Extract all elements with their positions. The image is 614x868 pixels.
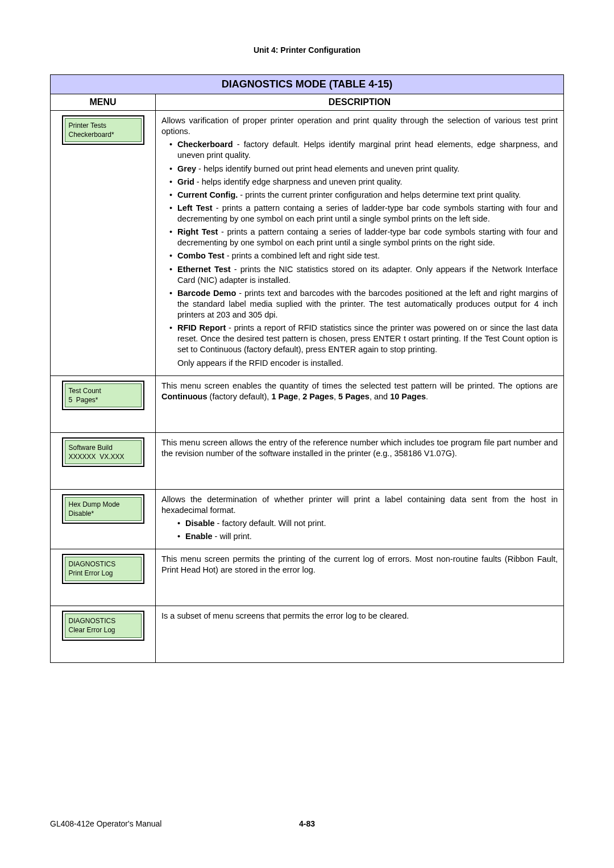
footer-page-number: 4-83 [299,819,315,828]
table-title: DIAGNOSTICS MODE (TABLE 4-15) [51,75,564,94]
desc-text: This menu screen enables the quantity of… [161,381,558,402]
bold: 10 Pages [390,392,426,401]
footer-manual-title: GL408-412e Operator's Manual [50,819,161,828]
bullet-text: - prints the NIC statistics stored on it… [177,265,558,285]
txt: , [334,392,338,401]
bullet-bold: Disable [185,519,215,528]
bullet-text: - prints a pattern containg a series of … [177,203,558,223]
desc-outro: Only appears if the RFID encoder is inst… [161,358,558,369]
unit-header: Unit 4: Printer Configuration [50,45,564,55]
bullet-bold: Ethernet Test [177,265,231,274]
col-menu: MENU [51,94,156,111]
table-row: DIAGNOSTICS Print Error Log This menu sc… [51,549,564,606]
bold: Continuous [161,392,208,401]
lcd-line1: Hex Dump Mode [69,500,138,509]
page-footer: GL408-412e Operator's Manual 4-83 [50,819,564,828]
bullet-bold: Left Test [177,203,213,212]
lcd-line1: Test Count [69,386,138,395]
bold: 1 Page [271,392,298,401]
desc-text: This menu screen allows the entry of the… [161,437,558,459]
lcd-display: Printer Tests Checkerboard* [62,115,144,145]
lcd-line2: Checkerboard* [69,130,138,139]
table-row: Software Build XXXXXX VX.XXX This menu s… [51,432,564,489]
bullet-bold: Current Config. [177,190,238,199]
bullet-bold: Enable [185,532,213,541]
bullet-text: - helps identify burned out print head e… [196,164,459,173]
lcd-line1: Software Build [69,443,138,452]
bullet-bold: Grid [177,177,194,186]
bold: 5 Pages [338,392,370,401]
table-row: Printer Tests Checkerboard* Allows varif… [51,111,564,376]
desc-text: Is a subset of menu screens that permits… [161,611,558,621]
bullet-text: - factory default. Helps identify margin… [177,140,558,160]
bullet-bold: Barcode Demo [177,289,236,298]
lcd-line1: DIAGNOSTICS [69,616,138,625]
lcd-display: Hex Dump Mode Disable* [62,494,144,524]
bullet-bold: Grey [177,164,196,173]
bold: 2 Pages [302,392,334,401]
lcd-line2: XXXXXX VX.XXX [69,452,138,461]
desc-intro: Allows the determination of whether prin… [161,494,558,516]
table-row: DIAGNOSTICS Clear Error Log Is a subset … [51,606,564,663]
bullet-text: - prints a pattern containg a series of … [177,227,558,247]
bullet-text: - will print. [213,532,252,541]
lcd-display: DIAGNOSTICS Print Error Log [62,554,144,583]
bullet-bold: Right Test [177,227,218,236]
lcd-line1: DIAGNOSTICS [69,560,138,569]
bullet-list: Disable - factory default. Will not prin… [161,518,558,542]
bullet-bold: RFID Report [177,323,226,332]
table-row: Hex Dump Mode Disable* Allows the determ… [51,489,564,549]
txt: . [426,392,428,401]
bullet-text: - factory default. Will not print. [215,519,326,528]
desc-pre: This menu screen enables the quantity of… [161,381,558,390]
lcd-display: DIAGNOSTICS Clear Error Log [62,611,144,640]
txt: (factory default), [208,392,272,401]
bullet-text: - prints the current printer configurati… [238,190,521,199]
desc-intro: Allows varification of proper printer op… [161,115,558,137]
bullet-text: - prints a combined left and right side … [225,251,380,260]
lcd-line1: Printer Tests [69,121,138,130]
lcd-line2: 5 Pages* [69,395,138,404]
diagnostics-table: DIAGNOSTICS MODE (TABLE 4-15) MENU DESCR… [50,74,564,663]
txt: , and [370,392,390,401]
bullet-list: Checkerboard - factory default. Helps id… [161,139,558,355]
bullet-text: - helps identify edge sharpness and unev… [194,177,403,186]
desc-text: This menu screen permits the printing of… [161,554,558,575]
bullet-text: - prints a report of RFID statistics sin… [177,323,558,354]
bullet-bold: Checkerboard [177,140,233,149]
table-row: Test Count 5 Pages* This menu screen ena… [51,375,564,432]
lcd-display: Test Count 5 Pages* [62,381,144,410]
lcd-line2: Disable* [69,509,138,518]
col-description: DESCRIPTION [156,94,564,111]
lcd-line2: Print Error Log [69,569,138,578]
lcd-line2: Clear Error Log [69,625,138,635]
bullet-bold: Combo Test [177,251,225,260]
txt: , [298,392,302,401]
lcd-display: Software Build XXXXXX VX.XXX [62,437,144,467]
